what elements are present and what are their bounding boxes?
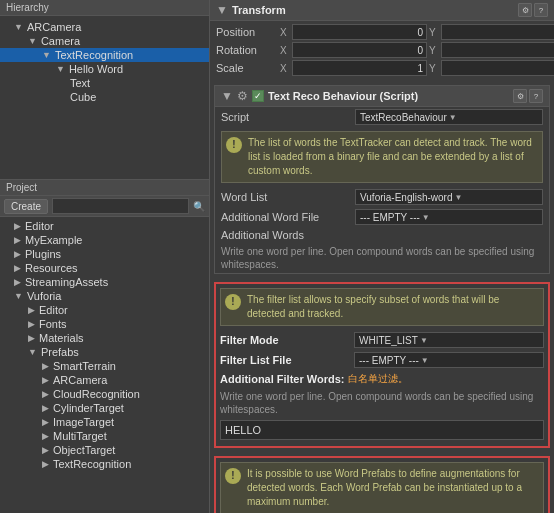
- project-item-label: Editor: [25, 220, 54, 232]
- transform-grid: Position X Y Z: [210, 21, 554, 81]
- arrow-icon: ▶: [42, 389, 49, 399]
- additional-word-file-label: Additional Word File: [221, 211, 351, 223]
- scale-y-field: Y: [429, 60, 554, 76]
- arrow-icon: ▶: [14, 221, 21, 231]
- transform-component: ▼ Transform ⚙ ? Position X Y: [210, 0, 554, 81]
- arrow-icon: ▼: [14, 22, 23, 32]
- hierarchy-item-arcamera[interactable]: ▼ ARCamera: [0, 20, 209, 34]
- textreco-title: Text Reco Behaviour (Script): [268, 90, 509, 102]
- additional-word-file-row: Additional Word File --- EMPTY --- ▼: [215, 207, 549, 227]
- project-item-label: ObjectTarget: [53, 444, 115, 456]
- rotation-label: Rotation: [216, 44, 276, 56]
- arrow-icon: ▶: [14, 249, 21, 259]
- rotation-x-field: X: [280, 42, 427, 58]
- project-item-label: CloudRecognition: [53, 388, 140, 400]
- transform-settings-icon[interactable]: ⚙: [518, 3, 532, 17]
- project-item-streamingassets[interactable]: ▶ StreamingAssets: [0, 275, 209, 289]
- scale-fields: X Y Z: [280, 60, 554, 76]
- arrow-icon: ▶: [42, 445, 49, 455]
- textreco-settings-icon[interactable]: ⚙: [513, 89, 527, 103]
- project-item-imagetarget[interactable]: ▶ ImageTarget: [0, 415, 209, 429]
- hierarchy-item-camera[interactable]: ▼ Camera: [0, 34, 209, 48]
- project-item-fonts[interactable]: ▶ Fonts: [0, 317, 209, 331]
- transform-fold-icon: ▼: [216, 3, 228, 17]
- filter-info-text: The filter list allows to specify subset…: [247, 293, 539, 321]
- rotation-x-input[interactable]: [292, 42, 427, 58]
- word-list-value-text: Vuforia-English-word: [360, 192, 452, 203]
- filter-list-file-label: Filter List File: [220, 354, 350, 366]
- project-item-multitarget[interactable]: ▶ MultiTarget: [0, 429, 209, 443]
- arrow-icon: ▶: [28, 319, 35, 329]
- hierarchy-item-label: Camera: [41, 35, 80, 47]
- project-item-prefabs[interactable]: ▼ Prefabs: [0, 345, 209, 359]
- transform-title: Transform: [232, 4, 514, 16]
- textreco-fold-icon: ▼: [221, 89, 233, 103]
- project-item-vuforia[interactable]: ▼ Vuforia: [0, 289, 209, 303]
- hierarchy-item-cube[interactable]: Cube: [0, 90, 209, 104]
- position-x-input[interactable]: [292, 24, 427, 40]
- project-item-label: Resources: [25, 262, 78, 274]
- left-panel: Hierarchy ▼ ARCamera ▼ Camera ▼ TextReco…: [0, 0, 210, 513]
- project-item-label: CylinderTarget: [53, 402, 124, 414]
- position-y-input[interactable]: [441, 24, 554, 40]
- filter-mode-value-text: WHITE_LIST: [359, 335, 418, 346]
- hierarchy-item-helloword[interactable]: ▼ Hello Word: [0, 62, 209, 76]
- rotation-row: Rotation X Y Z: [216, 42, 548, 58]
- project-item-objecttarget[interactable]: ▶ ObjectTarget: [0, 443, 209, 457]
- project-item-vuforia-editor[interactable]: ▶ Editor: [0, 303, 209, 317]
- filter-list-file-dropdown-icon: ▼: [421, 356, 429, 365]
- position-fields: X Y Z: [280, 24, 554, 40]
- scale-x-input[interactable]: [292, 60, 427, 76]
- sx-axis-label: X: [280, 63, 290, 74]
- additional-words-info: Write one word per line. Open compound w…: [215, 243, 549, 273]
- filter-list-file-value[interactable]: --- EMPTY --- ▼: [354, 352, 544, 368]
- project-item-plugins[interactable]: ▶ Plugins: [0, 247, 209, 261]
- project-item-cylindertarget[interactable]: ▶ CylinderTarget: [0, 401, 209, 415]
- x-axis-label: X: [280, 27, 290, 38]
- textreco-enabled-checkbox[interactable]: ✓: [252, 90, 264, 102]
- arrow-icon: ▶: [28, 333, 35, 343]
- textreco-icons: ⚙ ?: [513, 89, 543, 103]
- rotation-y-input[interactable]: [441, 42, 554, 58]
- filter-list-file-row: Filter List File --- EMPTY --- ▼: [220, 350, 544, 370]
- additional-word-file-value[interactable]: --- EMPTY --- ▼: [355, 209, 543, 225]
- project-title: Project: [6, 182, 37, 193]
- hierarchy-item-textrecognition[interactable]: ▼ TextRecognition: [0, 48, 209, 62]
- textreco-question-icon[interactable]: ?: [529, 89, 543, 103]
- project-item-resources[interactable]: ▶ Resources: [0, 261, 209, 275]
- search-input[interactable]: [52, 198, 189, 214]
- hierarchy-tree: ▼ ARCamera ▼ Camera ▼ TextRecognition ▼ …: [0, 16, 209, 108]
- filter-mode-value[interactable]: WHITE_LIST ▼: [354, 332, 544, 348]
- word-list-value[interactable]: Vuforia-English-word ▼: [355, 189, 543, 205]
- project-item-myexample[interactable]: ▶ MyExample: [0, 233, 209, 247]
- position-row: Position X Y Z: [216, 24, 548, 40]
- filter-info-icon: !: [225, 294, 241, 310]
- hello-text-field[interactable]: HELLO: [220, 420, 544, 440]
- project-item-smartterrain[interactable]: ▶ SmartTerrain: [0, 359, 209, 373]
- project-toolbar: Create 🔍 ⧉ ☰: [0, 196, 209, 217]
- arrow-icon: ▶: [14, 277, 21, 287]
- project-item-arcamera[interactable]: ▶ ARCamera: [0, 373, 209, 387]
- rx-axis-label: X: [280, 45, 290, 56]
- create-button[interactable]: Create: [4, 199, 48, 214]
- project-item-editor[interactable]: ▶ Editor: [0, 219, 209, 233]
- info-icon: !: [226, 137, 242, 153]
- filter-mode-label: Filter Mode: [220, 334, 350, 346]
- project-item-materials[interactable]: ▶ Materials: [0, 331, 209, 345]
- filter-mode-dropdown-icon: ▼: [420, 336, 428, 345]
- script-dropdown-icon: ▼: [449, 113, 457, 122]
- additional-word-file-text: --- EMPTY ---: [360, 212, 420, 223]
- project-item-cloudrecognition[interactable]: ▶ CloudRecognition: [0, 387, 209, 401]
- prefabs-info-icon: !: [225, 468, 241, 484]
- transform-question-icon[interactable]: ?: [534, 3, 548, 17]
- transform-header: ▼ Transform ⚙ ?: [210, 0, 554, 21]
- hierarchy-item-text[interactable]: Text: [0, 76, 209, 90]
- arrow-icon: ▼: [28, 36, 37, 46]
- script-value[interactable]: TextRecoBehaviour ▼: [355, 109, 543, 125]
- sy-axis-label: Y: [429, 63, 439, 74]
- rotation-fields: X Y Z: [280, 42, 554, 58]
- scale-y-input[interactable]: [441, 60, 554, 76]
- filter-words-info: Write one word per line. Open compound w…: [220, 388, 544, 418]
- project-item-textrecognition[interactable]: ▶ TextRecognition: [0, 457, 209, 471]
- word-list-label: Word List: [221, 191, 351, 203]
